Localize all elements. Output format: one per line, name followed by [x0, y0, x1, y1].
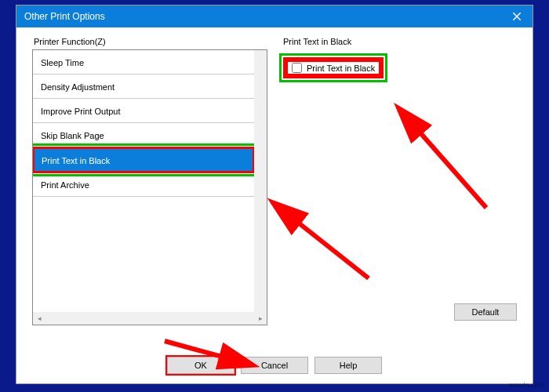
titlebar: Other Print Options: [16, 5, 533, 27]
scroll-left-icon[interactable]: ◂: [33, 312, 45, 325]
printer-function-list[interactable]: Sleep Time Density Adjustment Improve Pr…: [32, 49, 267, 325]
default-button[interactable]: Default: [454, 303, 517, 321]
printer-function-label: Printer Function(Z): [34, 37, 106, 46]
cancel-button[interactable]: Cancel: [241, 357, 308, 374]
list-item-density-adjustment[interactable]: Density Adjustment: [33, 74, 254, 99]
ok-button[interactable]: OK: [167, 357, 235, 374]
other-print-options-dialog: Other Print Options Printer Function(Z) …: [16, 5, 533, 384]
list-item-sleep-time[interactable]: Sleep Time: [33, 50, 254, 74]
print-text-in-black-checkbox[interactable]: [292, 63, 302, 73]
list-item-skip-blank-page[interactable]: Skip Blank Page: [33, 123, 254, 147]
print-text-in-black-option[interactable]: Print Text in Black: [283, 57, 384, 78]
scroll-right-icon[interactable]: ▸: [254, 312, 267, 325]
list-item-print-text-in-black[interactable]: Print Text in Black: [33, 147, 254, 172]
horizontal-scrollbar[interactable]: ◂ ▸: [33, 312, 267, 325]
close-icon: [513, 13, 521, 20]
watermark: wsxdn.com: [509, 381, 544, 389]
list-item-print-archive[interactable]: Print Archive: [33, 172, 254, 197]
close-button[interactable]: [501, 5, 533, 27]
vertical-scrollbar[interactable]: [254, 50, 267, 312]
detail-panel: Print Text in Black Print Text in Black …: [283, 37, 517, 335]
checkbox-label: Print Text in Black: [307, 64, 375, 73]
dialog-title: Other Print Options: [24, 11, 105, 22]
list-items: Sleep Time Density Adjustment Improve Pr…: [33, 50, 254, 312]
list-item-improve-print-output[interactable]: Improve Print Output: [33, 99, 254, 123]
dialog-footer: OK Cancel Help: [16, 354, 533, 377]
help-button[interactable]: Help: [314, 357, 382, 374]
group-label: Print Text in Black: [283, 37, 517, 46]
